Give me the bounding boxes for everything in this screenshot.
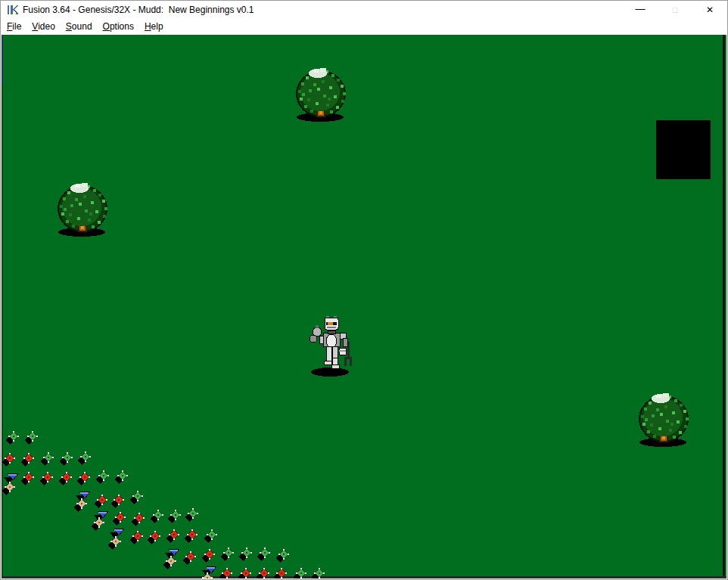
left-edge-artifact [2, 35, 3, 85]
gem-red [256, 568, 272, 578]
gem-red [273, 568, 290, 578]
gem-green [150, 510, 166, 526]
gem-green [114, 470, 131, 487]
tree-sprite [636, 389, 693, 448]
menu-item-help[interactable]: Help [139, 19, 169, 35]
gem-tan [91, 517, 107, 534]
gem-red [76, 472, 93, 489]
minimize-button[interactable]: — [623, 1, 658, 19]
bottom-edge-shade [2, 576, 726, 578]
menu-item-sound[interactable]: Sound [61, 19, 98, 35]
black-square-tile [656, 120, 711, 179]
gem-tan [73, 498, 90, 515]
gem-green [204, 529, 220, 546]
gem-tan [2, 482, 18, 498]
gem-red [2, 453, 18, 470]
gem-tan [199, 572, 216, 578]
game-screen[interactable] [2, 35, 726, 578]
gem-green [275, 549, 292, 566]
gem-red [166, 529, 182, 546]
gem-red [131, 513, 148, 529]
gem-red [20, 453, 37, 470]
close-button[interactable]: ✕ [692, 1, 727, 19]
gem-green [167, 510, 184, 526]
window-controls: — □ ✕ [623, 1, 727, 19]
tree-sprite [293, 64, 350, 123]
gem-red [184, 529, 201, 546]
gem-red [58, 472, 75, 489]
gem-red [219, 568, 235, 578]
gem-green [40, 452, 57, 469]
menu-bar: FileVideoSoundOptionsHelp [1, 19, 727, 35]
gem-green [311, 568, 328, 578]
gem-green [95, 470, 112, 487]
menu-item-video[interactable]: Video [26, 19, 60, 35]
maximize-button[interactable]: □ [658, 1, 692, 19]
gem-red [39, 472, 56, 489]
gem-red [129, 531, 146, 547]
menu-item-file[interactable]: File [2, 19, 26, 35]
gem-red [238, 568, 254, 578]
gem-green [185, 508, 201, 525]
gem-green [238, 547, 255, 564]
gem-green [129, 491, 146, 507]
player-knight-sprite [307, 316, 356, 378]
gem-red [182, 551, 199, 568]
gem-red [20, 472, 37, 489]
gem-green [257, 547, 273, 564]
gem-green [5, 431, 22, 448]
gem-green [24, 431, 41, 448]
gem-green [59, 452, 76, 469]
gem-red [147, 531, 163, 547]
tree-sprite [54, 179, 112, 238]
gem-green [220, 547, 237, 564]
gem-tan [163, 556, 179, 572]
title-bar[interactable]: Fusion 3.64 - Genesis/32X - Mudd: New Be… [1, 1, 727, 19]
gem-red [110, 495, 127, 511]
gem-tan [107, 536, 124, 553]
kega-fusion-icon [7, 4, 19, 16]
menu-item-options[interactable]: Options [98, 19, 139, 35]
right-edge-shade [723, 35, 725, 578]
gem-green [293, 568, 310, 578]
gem-green [77, 451, 94, 468]
window-title: Fusion 3.64 - Genesis/32X - Mudd: New Be… [23, 1, 254, 19]
left-edge-shade [2, 85, 3, 578]
emulator-window: Fusion 3.64 - Genesis/32X - Mudd: New Be… [0, 0, 728, 580]
gem-red [201, 549, 218, 566]
